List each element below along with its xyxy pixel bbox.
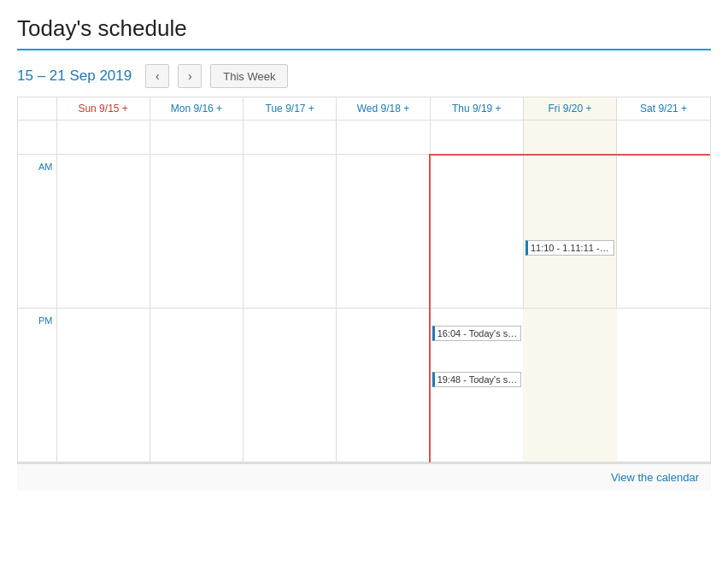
cell-pm-sun[interactable] bbox=[56, 309, 150, 462]
add-event-mon-icon[interactable]: + bbox=[216, 103, 222, 115]
calendar-row-top bbox=[18, 121, 710, 155]
cell-top-thu[interactable] bbox=[430, 121, 523, 155]
event-fri-am-1[interactable]: 11:10 - 1.11:11 - Ha bbox=[525, 240, 614, 256]
calendar-table: Sun 9/15 + Mon 9/16 + Tue 9/17 + Wed 9/1… bbox=[18, 97, 710, 462]
cell-pm-mon[interactable] bbox=[150, 309, 243, 462]
cell-pm-tue[interactable] bbox=[244, 309, 337, 462]
col-header-tue-label: Tue 9/17 bbox=[266, 103, 306, 115]
col-header-fri-label: Fri 9/20 bbox=[549, 103, 584, 115]
event-thu-pm-1-label: 16:04 - Today's sche bbox=[437, 328, 522, 338]
event-fri-am-1-label: 11:10 - 1.11:11 - Ha bbox=[531, 243, 614, 253]
cell-pm-thu[interactable]: 16:04 - Today's sche 19:48 - Today's sch… bbox=[430, 309, 523, 462]
col-header-sat-label: Sat 9/21 bbox=[640, 103, 678, 115]
cell-am-wed[interactable] bbox=[337, 155, 430, 309]
cell-top-sat[interactable] bbox=[617, 121, 710, 155]
calendar-row-pm: PM 16:04 - Today's sche 19:48 - Today's … bbox=[18, 309, 710, 462]
add-event-sun-icon[interactable]: + bbox=[122, 103, 128, 115]
col-header-tue: Tue 9/17 + bbox=[244, 97, 337, 121]
add-event-thu-icon[interactable]: + bbox=[496, 103, 502, 115]
cell-am-tue[interactable] bbox=[244, 155, 337, 309]
event-thu-pm-2-label: 19:48 - Today's sche bbox=[437, 374, 522, 385]
toolbar: 15 – 21 Sep 2019 ‹ › This Week bbox=[17, 64, 711, 88]
col-header-mon: Mon 9/16 + bbox=[150, 97, 243, 121]
add-event-fri-icon[interactable]: + bbox=[586, 103, 592, 115]
view-calendar-link[interactable]: View the calendar bbox=[611, 471, 699, 484]
add-event-tue-icon[interactable]: + bbox=[308, 103, 314, 115]
cell-am-fri[interactable]: 11:10 - 1.11:11 - Ha bbox=[523, 155, 616, 309]
page-container: Today's schedule 15 – 21 Sep 2019 ‹ › Th… bbox=[0, 0, 728, 491]
cell-top-fri[interactable] bbox=[523, 121, 616, 155]
col-header-mon-label: Mon 9/16 bbox=[171, 103, 214, 115]
page-title: Today's schedule bbox=[17, 15, 711, 42]
event-thu-pm-1[interactable]: 16:04 - Today's sche bbox=[432, 326, 522, 341]
cell-top-mon[interactable] bbox=[150, 121, 243, 155]
prev-button[interactable]: ‹ bbox=[145, 64, 169, 88]
title-divider bbox=[17, 49, 711, 50]
cell-pm-sat[interactable] bbox=[617, 309, 710, 462]
bottom-bar: View the calendar bbox=[17, 463, 711, 491]
add-event-wed-icon[interactable]: + bbox=[403, 103, 409, 115]
time-label-top bbox=[18, 121, 56, 155]
col-header-thu: Thu 9/19 + bbox=[430, 97, 523, 121]
time-col-header bbox=[18, 97, 56, 121]
this-week-button[interactable]: This Week bbox=[210, 64, 288, 88]
calendar-header-row: Sun 9/15 + Mon 9/16 + Tue 9/17 + Wed 9/1… bbox=[18, 97, 710, 121]
calendar-wrapper: Sun 9/15 + Mon 9/16 + Tue 9/17 + Wed 9/1… bbox=[17, 97, 711, 463]
col-header-wed: Wed 9/18 + bbox=[337, 97, 430, 121]
col-header-sun: Sun 9/15 + bbox=[56, 97, 150, 121]
date-range: 15 – 21 Sep 2019 bbox=[17, 68, 132, 85]
time-label-pm: PM bbox=[18, 309, 56, 462]
cell-am-mon[interactable] bbox=[150, 155, 243, 309]
cell-am-sun[interactable] bbox=[56, 155, 150, 309]
calendar-row-am: AM 11:10 - 1.11:11 - Ha bbox=[18, 155, 710, 309]
time-label-am: AM bbox=[18, 155, 56, 309]
cell-am-sat[interactable] bbox=[617, 155, 710, 309]
add-event-sat-icon[interactable]: + bbox=[681, 103, 687, 115]
col-header-wed-label: Wed 9/18 bbox=[357, 103, 401, 115]
col-header-fri: Fri 9/20 + bbox=[523, 97, 616, 121]
cell-pm-fri[interactable] bbox=[523, 309, 616, 462]
next-button[interactable]: › bbox=[178, 64, 202, 88]
col-header-sun-label: Sun 9/15 bbox=[78, 103, 119, 115]
col-header-thu-label: Thu 9/19 bbox=[452, 103, 492, 115]
cell-top-tue[interactable] bbox=[244, 121, 337, 155]
cell-top-wed[interactable] bbox=[337, 121, 430, 155]
cell-pm-wed[interactable] bbox=[337, 309, 430, 462]
cell-top-sun[interactable] bbox=[56, 121, 150, 155]
cell-am-thu[interactable] bbox=[430, 155, 523, 309]
col-header-sat: Sat 9/21 + bbox=[617, 97, 710, 121]
event-thu-pm-2[interactable]: 19:48 - Today's sche bbox=[432, 372, 522, 387]
